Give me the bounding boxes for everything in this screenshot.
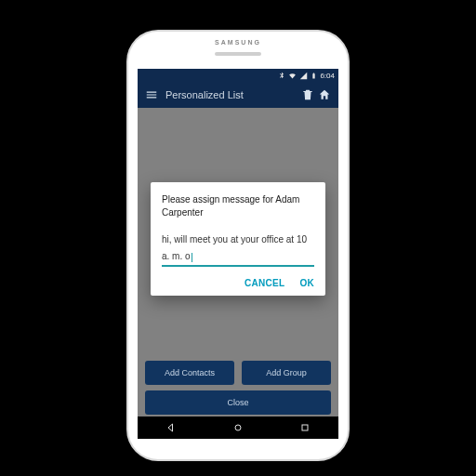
android-nav-bar bbox=[138, 416, 338, 439]
add-group-button[interactable]: Add Group bbox=[242, 361, 331, 385]
svg-point-0 bbox=[235, 425, 241, 430]
device-brand: SAMSUNG bbox=[215, 39, 261, 46]
input-underline bbox=[162, 265, 314, 267]
message-input[interactable]: hi, will meet you at your office at 10 a… bbox=[162, 234, 307, 261]
add-contacts-button[interactable]: Add Contacts bbox=[145, 361, 234, 385]
delete-button[interactable] bbox=[299, 86, 316, 103]
back-icon bbox=[165, 422, 177, 433]
dialog-input-wrap[interactable]: hi, will meet you at your office at 10 a… bbox=[162, 230, 314, 267]
action-area: Add Contacts Add Group Close bbox=[138, 361, 338, 415]
close-button[interactable]: Close bbox=[145, 390, 331, 415]
speaker bbox=[215, 52, 261, 56]
dialog-actions: CANCEL OK bbox=[162, 278, 314, 288]
phone-frame: SAMSUNG 6:04 Personalized List bbox=[128, 32, 348, 459]
home-button[interactable] bbox=[316, 86, 333, 103]
screen: 6:04 Personalized List Add Contacts Add … bbox=[138, 69, 338, 439]
hamburger-icon bbox=[145, 88, 158, 101]
menu-button[interactable] bbox=[143, 86, 160, 103]
wifi-icon bbox=[288, 72, 297, 80]
text-cursor bbox=[192, 253, 192, 262]
nav-recent-button[interactable] bbox=[299, 422, 311, 433]
assign-message-dialog: Please assign message for Adam Carpenter… bbox=[151, 182, 325, 296]
trash-icon bbox=[301, 88, 314, 101]
nav-back-button[interactable] bbox=[165, 422, 177, 433]
status-clock: 6:04 bbox=[320, 72, 335, 80]
ok-button[interactable]: OK bbox=[299, 278, 314, 288]
dialog-title: Please assign message for Adam Carpenter bbox=[162, 193, 314, 218]
svg-rect-1 bbox=[302, 425, 308, 430]
circle-icon bbox=[232, 422, 244, 433]
cancel-button[interactable]: CANCEL bbox=[245, 278, 284, 288]
page-title: Personalized List bbox=[165, 89, 244, 100]
signal-icon bbox=[299, 72, 308, 80]
nav-home-button[interactable] bbox=[232, 422, 244, 433]
square-icon bbox=[299, 422, 311, 433]
battery-icon bbox=[311, 72, 317, 80]
status-bar: 6:04 bbox=[138, 69, 338, 82]
home-icon bbox=[318, 88, 331, 101]
bluetooth-icon bbox=[278, 72, 285, 79]
app-bar: Personalized List bbox=[138, 82, 338, 108]
